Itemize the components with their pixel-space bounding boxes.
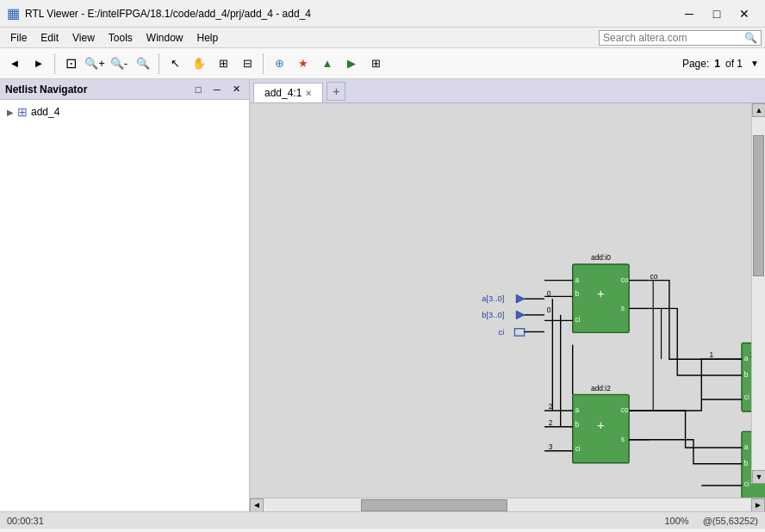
svg-text:co: co — [650, 272, 657, 281]
add-tab-button[interactable]: + — [327, 82, 345, 101]
svg-text:2: 2 — [549, 402, 553, 411]
zoom-out-button[interactable]: 🔍- — [108, 53, 130, 75]
svg-text:ci: ci — [744, 479, 749, 488]
app-icon: ▦ — [7, 5, 20, 22]
run-button[interactable]: ▶ — [340, 53, 363, 75]
sidebar: Netlist Navigator □ ─ ✕ ▶ ⊞ add_4 — [0, 79, 250, 511]
pan-button[interactable]: ✋ — [188, 53, 210, 75]
menu-edit[interactable]: Edit — [34, 30, 65, 46]
page-label: Page: — [682, 58, 709, 70]
vscroll-thumb[interactable] — [753, 135, 764, 276]
svg-rect-0 — [267, 103, 749, 498]
tree-item-add4[interactable]: ▶ ⊞ add_4 — [3, 103, 246, 121]
tree-item-label: add_4 — [31, 106, 59, 118]
sidebar-close-button[interactable]: ✕ — [228, 82, 244, 97]
vscroll-up-button[interactable]: ▲ — [752, 103, 765, 117]
toolbar: ◄ ► ⊡ 🔍+ 🔍- 🔍 ↖ ✋ ⊞ ⊟ ⊕ ★ ▲ ▶ ⊞ Page: 1 … — [0, 48, 765, 79]
status-time: 00:00:31 — [7, 516, 44, 526]
canvas-area: add_4:1 ✕ + a[3..0] — [250, 79, 765, 511]
title-text: RTL Viewer - E:/intelFPGA/18.1/code/add_… — [25, 8, 675, 20]
hscroll-track — [264, 498, 751, 512]
tab-label: add_4:1 — [264, 87, 302, 99]
search-box: 🔍 — [599, 30, 762, 46]
svg-text:ci: ci — [744, 393, 749, 401]
vscroll-down-button[interactable]: ▼ — [752, 470, 765, 484]
hscroll[interactable]: ◄ ► — [250, 498, 765, 511]
forward-button[interactable]: ► — [28, 53, 50, 75]
status-coords: @(55,63252) — [703, 516, 758, 526]
filter-button[interactable]: ▲ — [316, 53, 339, 75]
svg-text:s: s — [621, 435, 625, 443]
marquee-button[interactable]: ⊞ — [212, 53, 234, 75]
diagram-canvas[interactable]: a[3..0] b[3..0] ci 0 0 add:i0 + a b ci c… — [250, 103, 765, 498]
hscroll-thumb[interactable] — [361, 499, 507, 511]
svg-text:b: b — [575, 289, 580, 298]
tree-node-icon: ⊞ — [17, 105, 28, 119]
page-value: 1 — [714, 58, 720, 70]
sidebar-minimize-button[interactable]: ─ — [209, 82, 225, 97]
find-button[interactable]: 🔍 — [132, 53, 154, 75]
maximize-button[interactable]: □ — [703, 0, 731, 28]
titlebar: ▦ RTL Viewer - E:/intelFPGA/18.1/code/ad… — [0, 0, 765, 28]
settings-button[interactable]: ⊞ — [364, 53, 387, 75]
color-button[interactable]: ★ — [292, 53, 314, 75]
statusbar-right: 100% @(55,63252) — [664, 516, 758, 526]
fit-button[interactable]: ⊡ — [59, 53, 82, 75]
menu-window[interactable]: Window — [140, 30, 190, 46]
menu-tools[interactable]: Tools — [102, 30, 140, 46]
svg-text:ci: ci — [575, 444, 581, 453]
svg-text:+: + — [597, 418, 605, 432]
highlight-button[interactable]: ⊕ — [268, 53, 290, 75]
statusbar: 00:00:31 100% @(55,63252) — [0, 511, 765, 529]
status-zoom: 100% — [664, 516, 688, 526]
svg-text:b: b — [744, 370, 749, 379]
svg-text:b: b — [744, 459, 749, 467]
zoom-in-button[interactable]: 🔍+ — [84, 53, 106, 75]
svg-text:ci: ci — [499, 328, 505, 337]
canvas-tabs: add_4:1 ✕ + — [250, 79, 765, 103]
page-of: of 1 — [725, 58, 743, 70]
menu-help[interactable]: Help — [190, 30, 226, 46]
svg-text:co: co — [621, 275, 629, 284]
sidebar-float-button[interactable]: □ — [190, 82, 206, 97]
menubar: File Edit View Tools Window Help 🔍 — [0, 28, 765, 48]
window-controls: ─ □ ✕ — [675, 0, 758, 28]
svg-text:a: a — [575, 275, 580, 284]
tree-arrow: ▶ — [7, 108, 14, 117]
svg-text:co: co — [621, 405, 629, 414]
minimize-button[interactable]: ─ — [675, 0, 703, 28]
svg-text:+: + — [597, 286, 605, 300]
sidebar-header: Netlist Navigator □ ─ ✕ — [0, 79, 249, 100]
menu-view[interactable]: View — [65, 30, 102, 46]
svg-text:1: 1 — [710, 350, 714, 359]
main-layout: Netlist Navigator □ ─ ✕ ▶ ⊞ add_4 add_4:… — [0, 79, 765, 511]
zoom-region-button[interactable]: ⊟ — [236, 53, 258, 75]
page-dropdown-button[interactable]: ▼ — [748, 53, 762, 75]
sidebar-content: ▶ ⊞ add_4 — [0, 100, 249, 511]
tab-close-icon[interactable]: ✕ — [305, 89, 312, 98]
tab-add4-1[interactable]: add_4:1 ✕ — [253, 83, 323, 102]
select-button[interactable]: ↖ — [164, 53, 186, 75]
back-button[interactable]: ◄ — [3, 53, 26, 75]
menu-file[interactable]: File — [3, 30, 34, 46]
vscroll[interactable]: ▲ ▼ — [751, 103, 765, 484]
svg-text:b[3..0]: b[3..0] — [482, 311, 504, 319]
vscroll-track — [752, 117, 765, 470]
svg-text:2: 2 — [549, 418, 553, 427]
svg-text:s: s — [621, 304, 625, 312]
sidebar-title: Netlist Navigator — [5, 84, 87, 96]
hscroll-left-button[interactable]: ◄ — [250, 498, 264, 512]
search-icon: 🔍 — [744, 32, 757, 44]
close-button[interactable]: ✕ — [731, 0, 758, 28]
svg-text:a: a — [744, 354, 749, 362]
svg-text:b: b — [575, 420, 580, 429]
svg-text:a: a — [744, 442, 749, 451]
hscroll-right-button[interactable]: ► — [751, 498, 765, 512]
svg-text:add:i0: add:i0 — [591, 253, 611, 262]
svg-text:a: a — [575, 405, 580, 414]
svg-text:0: 0 — [547, 306, 551, 314]
search-input[interactable] — [603, 32, 741, 44]
svg-text:a[3..0]: a[3..0] — [482, 294, 504, 303]
rtl-diagram-svg: a[3..0] b[3..0] ci 0 0 add:i0 + a b ci c… — [250, 103, 765, 498]
svg-text:add:i2: add:i2 — [591, 384, 611, 393]
